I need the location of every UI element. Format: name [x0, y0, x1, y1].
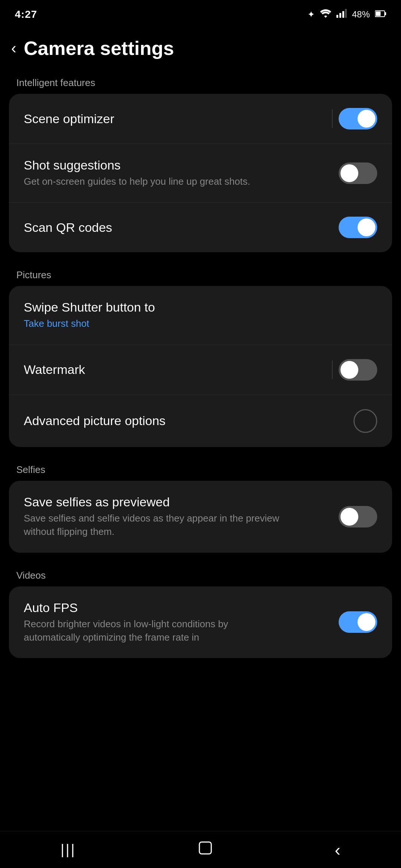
toggle-knob-watermark [340, 361, 358, 379]
battery-icon [375, 9, 386, 20]
setting-row-scene-optimizer[interactable]: Scene optimizer [9, 94, 392, 144]
svg-rect-7 [199, 842, 211, 854]
toggle-scene-optimizer[interactable] [339, 108, 377, 129]
status-right: ✦ 48% [307, 9, 386, 20]
status-bar: 4:27 ✦ 48% [0, 0, 401, 26]
setting-subtitle-auto-fps: Record brighter videos in low-light cond… [24, 617, 284, 644]
toggle-slider-shot-suggestions [339, 162, 377, 184]
toggle-divider [332, 109, 333, 128]
setting-row-advanced-picture[interactable]: Advanced picture options [9, 395, 392, 447]
settings-card-videos: Auto FPSRecord brighter videos in low-li… [9, 586, 392, 658]
setting-row-shot-suggestions[interactable]: Shot suggestionsGet on-screen guides to … [9, 144, 392, 203]
setting-subtitle-shot-suggestions: Get on-screen guides to help you line up… [24, 175, 284, 188]
toggle-slider-watermark [339, 359, 377, 381]
wifi-icon [320, 9, 331, 20]
settings-card-selfies: Save selfies as previewedSave selfies an… [9, 481, 392, 553]
toggle-knob-scene-optimizer [358, 110, 375, 128]
svg-rect-0 [336, 15, 338, 18]
setting-title-swipe-shutter: Swipe Shutter button to [24, 300, 377, 315]
setting-subtitle-swipe-shutter[interactable]: Take burst shot [24, 317, 284, 330]
page-title: Camera settings [24, 37, 174, 59]
section-label-intelligent-features: Intelligent features [0, 67, 401, 94]
svg-rect-3 [345, 9, 347, 18]
setting-row-scan-qr[interactable]: Scan QR codes [9, 203, 392, 252]
nav-home-button[interactable] [186, 836, 225, 863]
setting-title-save-selfies: Save selfies as previewed [24, 495, 339, 509]
bottom-nav-bar: ||| ‹ [0, 831, 401, 868]
toggle-scan-qr[interactable] [339, 217, 377, 238]
toggle-slider-auto-fps [339, 611, 377, 633]
setting-title-shot-suggestions: Shot suggestions [24, 158, 339, 172]
toggle-save-selfies[interactable] [339, 506, 377, 527]
nav-back-button[interactable]: ‹ [323, 836, 351, 864]
section-label-pictures: Pictures [0, 259, 401, 286]
toggle-divider [332, 361, 333, 379]
section-label-selfies: Selfies [0, 454, 401, 481]
toggle-watermark[interactable] [339, 359, 377, 381]
toggle-slider-save-selfies [339, 506, 377, 527]
setting-row-auto-fps[interactable]: Auto FPSRecord brighter videos in low-li… [9, 586, 392, 658]
toggle-knob-save-selfies [340, 508, 358, 526]
toggle-slider-scene-optimizer [339, 108, 377, 129]
back-button[interactable]: ‹ [11, 39, 16, 57]
status-time: 4:27 [15, 9, 37, 20]
setting-row-watermark[interactable]: Watermark [9, 345, 392, 395]
svg-rect-2 [342, 11, 344, 18]
toggle-knob-shot-suggestions [340, 164, 358, 182]
svg-rect-1 [339, 13, 341, 18]
toggle-slider-scan-qr [339, 217, 377, 238]
setting-title-advanced-picture: Advanced picture options [24, 414, 353, 428]
section-label-videos: Videos [0, 559, 401, 586]
signal-icon [336, 9, 347, 20]
settings-card-intelligent-features: Scene optimizerShot suggestionsGet on-sc… [9, 94, 392, 252]
setting-subtitle-save-selfies: Save selfies and selfie videos as they a… [24, 512, 284, 539]
nav-recent-button[interactable]: ||| [49, 838, 87, 861]
bluetooth-icon: ✦ [307, 9, 315, 20]
toggle-knob-scan-qr [358, 218, 375, 236]
settings-card-pictures: Swipe Shutter button toTake burst shotWa… [9, 286, 392, 447]
toggle-auto-fps[interactable] [339, 611, 377, 633]
setting-title-auto-fps: Auto FPS [24, 601, 339, 615]
toggle-knob-auto-fps [358, 613, 375, 631]
setting-title-scan-qr: Scan QR codes [24, 220, 339, 235]
setting-row-swipe-shutter[interactable]: Swipe Shutter button toTake burst shot [9, 286, 392, 345]
svg-rect-6 [376, 11, 381, 16]
battery-percentage: 48% [352, 9, 370, 20]
setting-row-save-selfies[interactable]: Save selfies as previewedSave selfies an… [9, 481, 392, 553]
toggle-shot-suggestions[interactable] [339, 162, 377, 184]
header: ‹ Camera settings [0, 26, 401, 67]
svg-rect-5 [385, 12, 386, 15]
setting-title-scene-optimizer: Scene optimizer [24, 112, 325, 126]
nav-circle-advanced-picture[interactable] [353, 409, 377, 433]
setting-title-watermark: Watermark [24, 362, 325, 377]
